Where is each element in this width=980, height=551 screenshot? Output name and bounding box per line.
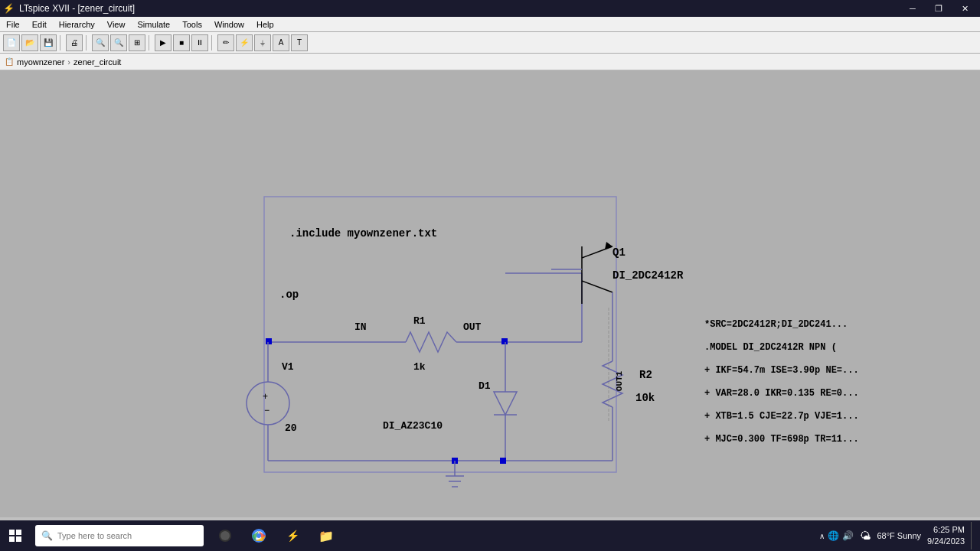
model-line-1: *SRC=2DC2412R;DI_2DC241... bbox=[704, 319, 848, 330]
taskbar-app-ltspice[interactable]: ⚡ bbox=[276, 520, 309, 551]
op-directive: .op bbox=[279, 289, 299, 301]
model-line-2: .MODEL DI_2DC2412R NPN ( bbox=[704, 342, 837, 353]
tb-stop[interactable]: ■ bbox=[173, 34, 190, 51]
tb-new[interactable]: 📄 bbox=[3, 34, 20, 51]
taskbar: 🔍 ⚡ 📁 ∧ 🌐 🔊 🌤 68°F Sunny 6:25 PM bbox=[0, 520, 980, 551]
model-line-5: + XTB=1.5 CJE=22.7p VJE=1... bbox=[704, 411, 859, 422]
tray-volume[interactable]: 🔊 bbox=[842, 530, 854, 541]
out1-label: OUT1 bbox=[615, 371, 624, 391]
search-bar[interactable]: 🔍 bbox=[35, 525, 204, 546]
breadcrumb-parent[interactable]: myownzener bbox=[17, 57, 64, 67]
tb-zoom-in[interactable]: 🔍 bbox=[92, 34, 109, 51]
app-icon: ⚡ bbox=[3, 3, 15, 14]
r1-label: R1 bbox=[413, 315, 426, 327]
title-bar-controls[interactable]: ─ ❐ ✕ bbox=[900, 0, 977, 17]
breadcrumb: 📋 myownzener › zener_circuit bbox=[0, 54, 980, 70]
svg-rect-5 bbox=[266, 338, 272, 344]
tb-sep4 bbox=[211, 35, 214, 51]
tb-save[interactable]: 💾 bbox=[40, 34, 57, 51]
tb-sep2 bbox=[86, 35, 89, 51]
tb-print[interactable]: 🖨 bbox=[66, 34, 83, 51]
svg-point-41 bbox=[256, 533, 261, 538]
tray-chevron[interactable]: ∧ bbox=[819, 532, 825, 540]
menu-view[interactable]: View bbox=[101, 17, 132, 31]
svg-point-38 bbox=[220, 531, 230, 540]
taskbar-app-explorer[interactable]: 📁 bbox=[309, 520, 343, 551]
tb-label[interactable]: A bbox=[273, 34, 289, 51]
breadcrumb-separator: › bbox=[67, 57, 70, 67]
d1-model: DI_AZ23C10 bbox=[383, 420, 443, 432]
tb-sep1 bbox=[60, 35, 63, 51]
v1-value: 20 bbox=[285, 422, 297, 434]
taskbar-right: ∧ 🌐 🔊 🌤 68°F Sunny 6:25 PM 9/24/2023 bbox=[819, 522, 980, 549]
tb-zoom-out[interactable]: 🔍 bbox=[110, 34, 127, 51]
svg-rect-35 bbox=[9, 536, 15, 542]
tb-zoom-fit[interactable]: ⊞ bbox=[129, 34, 145, 51]
svg-rect-4 bbox=[501, 338, 508, 344]
svg-rect-34 bbox=[16, 530, 21, 535]
r2-value: 10k bbox=[635, 392, 655, 404]
taskbar-app-apple[interactable] bbox=[208, 520, 242, 551]
breadcrumb-icon: 📋 bbox=[5, 57, 14, 66]
menu-help[interactable]: Help bbox=[250, 17, 280, 31]
menu-edit[interactable]: Edit bbox=[26, 17, 53, 31]
tb-text[interactable]: T bbox=[291, 34, 308, 51]
title-bar-left: ⚡ LTspice XVII - [zener_circuit] bbox=[3, 3, 135, 14]
menu-tools[interactable]: Tools bbox=[176, 17, 208, 31]
tb-run[interactable]: ▶ bbox=[155, 34, 172, 51]
model-line-4: + VAR=28.0 IKR=0.135 RE=0... bbox=[704, 388, 859, 399]
system-tray: ∧ 🌐 🔊 bbox=[819, 530, 854, 541]
clock[interactable]: 6:25 PM 9/24/2023 bbox=[927, 524, 965, 548]
toolbar: 📄 📂 💾 🖨 🔍 🔍 ⊞ ▶ ■ ⏸ ✏ ⚡ ⏚ A T bbox=[0, 32, 980, 54]
circuit-svg: + − bbox=[0, 70, 980, 517]
taskbar-app-chrome[interactable] bbox=[242, 520, 276, 551]
canvas-area: + − .include myownzener.txt .op IN R1 1k… bbox=[0, 70, 980, 517]
svg-rect-36 bbox=[16, 536, 21, 542]
svg-text:−: − bbox=[264, 405, 270, 416]
r2-label: R2 bbox=[639, 369, 652, 381]
clock-time: 6:25 PM bbox=[927, 524, 965, 536]
menu-file[interactable]: File bbox=[0, 17, 26, 31]
v1-label: V1 bbox=[282, 361, 294, 373]
model-line-3: + IKF=54.7m ISE=3.90p NE=... bbox=[704, 365, 859, 376]
q1-label: Q1 bbox=[612, 246, 626, 259]
minimize-button[interactable]: ─ bbox=[900, 0, 925, 17]
out-label: OUT bbox=[463, 321, 481, 333]
svg-line-12 bbox=[582, 281, 612, 292]
svg-marker-15 bbox=[494, 392, 517, 415]
include-directive: .include myownzener.txt bbox=[289, 227, 437, 240]
svg-point-25 bbox=[247, 382, 289, 425]
tb-ground[interactable]: ⏚ bbox=[254, 34, 271, 51]
svg-text:+: + bbox=[263, 391, 268, 402]
close-button[interactable]: ✕ bbox=[952, 0, 977, 17]
tb-sep3 bbox=[149, 35, 152, 51]
tb-component[interactable]: ⚡ bbox=[236, 34, 253, 51]
start-button[interactable] bbox=[0, 520, 31, 551]
tb-pause[interactable]: ⏸ bbox=[191, 34, 208, 51]
q1-model: DI_2DC2412R bbox=[612, 269, 683, 282]
title-bar: ⚡ LTspice XVII - [zener_circuit] ─ ❐ ✕ bbox=[0, 0, 980, 17]
search-input[interactable] bbox=[57, 531, 195, 540]
r1-value: 1k bbox=[413, 361, 426, 373]
menu-bar: File Edit Hierarchy View Simulate Tools … bbox=[0, 17, 980, 32]
menu-window[interactable]: Window bbox=[208, 17, 250, 31]
clock-date: 9/24/2023 bbox=[927, 536, 965, 547]
weather-icon: 🌤 bbox=[860, 530, 871, 542]
window-title: LTspice XVII - [zener_circuit] bbox=[19, 3, 135, 14]
in-label: IN bbox=[354, 321, 367, 333]
tb-open[interactable]: 📂 bbox=[21, 34, 38, 51]
breadcrumb-child[interactable]: zener_circuit bbox=[74, 57, 121, 67]
weather-text: 68°F Sunny bbox=[877, 531, 921, 540]
tray-network[interactable]: 🌐 bbox=[828, 530, 839, 541]
svg-rect-20 bbox=[500, 458, 506, 464]
menu-hierarchy[interactable]: Hierarchy bbox=[53, 17, 101, 31]
restore-button[interactable]: ❐ bbox=[926, 0, 951, 17]
d1-label: D1 bbox=[479, 380, 491, 392]
tb-wire[interactable]: ✏ bbox=[217, 34, 234, 51]
search-icon: 🔍 bbox=[41, 530, 53, 541]
show-desktop[interactable] bbox=[971, 522, 974, 549]
menu-simulate[interactable]: Simulate bbox=[131, 17, 176, 31]
model-line-6: + MJC=0.300 TF=698p TR=11... bbox=[704, 434, 859, 445]
svg-rect-33 bbox=[9, 530, 15, 535]
